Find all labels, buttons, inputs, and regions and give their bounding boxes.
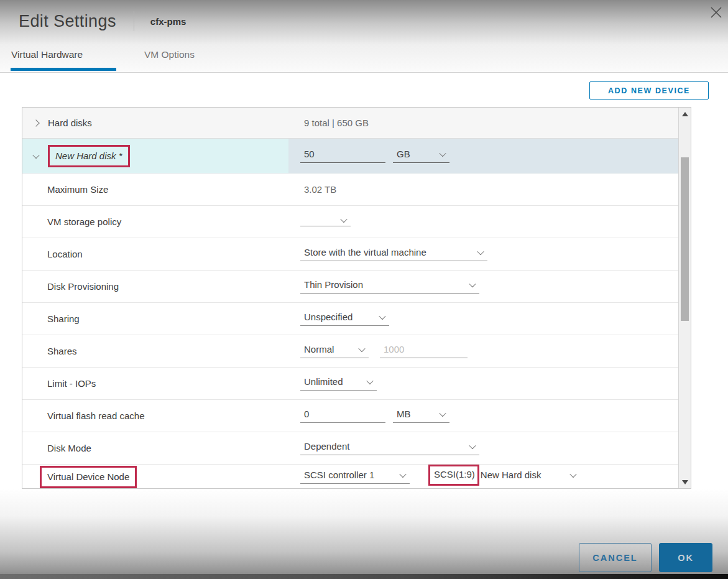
disk-size-unit-select[interactable]: GB <box>393 149 449 163</box>
maximum-size-value: 3.02 TB <box>304 184 336 195</box>
row-virtual-device-node: Virtual Device Node SCSI controller 1 SC… <box>22 465 678 489</box>
location-label: Location <box>47 249 83 259</box>
disk-mode-value: Dependent <box>304 441 349 452</box>
disk-provisioning-value: Thin Provision <box>304 279 363 290</box>
row-disk-provisioning: Disk Provisioning Thin Provision <box>22 271 678 303</box>
disk-mode-label: Disk Mode <box>47 443 91 453</box>
row-location: Location Store with the virtual machine <box>22 238 678 271</box>
row-maximum-size: Maximum Size 3.02 TB <box>22 174 678 206</box>
cancel-button[interactable]: CANCEL <box>579 543 652 572</box>
vm-storage-policy-select[interactable] <box>300 218 351 226</box>
tab-vm-options[interactable]: VM Options <box>144 49 195 70</box>
vm-name: cfx-pms <box>150 16 187 27</box>
close-icon[interactable] <box>706 2 727 24</box>
new-hard-disk-value-cell: GB <box>288 139 678 173</box>
tab-virtual-hardware-label: Virtual Hardware <box>11 49 83 60</box>
active-tab-underline <box>11 68 116 71</box>
annotation-box-new-hard-disk: New Hard disk * <box>48 145 130 167</box>
annotation-box-scsi-node: SCSI(1:9) <box>428 465 479 486</box>
hard-disks-label-cell: Hard disks <box>22 118 288 128</box>
scroll-down-icon[interactable] <box>679 477 691 487</box>
disk-size-unit-value: GB <box>397 149 410 159</box>
chevron-down-icon <box>379 312 385 319</box>
device-node-value: New Hard disk <box>481 470 541 480</box>
row-limit-iops: Limit - IOPs Unlimited <box>22 368 678 400</box>
hardware-table: Hard disks 9 total | 650 GB New Hard dis… <box>22 107 691 489</box>
new-hard-disk-label-cell: New Hard disk * <box>22 139 288 173</box>
chevron-down-icon[interactable] <box>34 154 40 159</box>
chevron-right-icon[interactable] <box>34 121 40 126</box>
dialog-footer: CANCEL OK <box>0 489 728 579</box>
tab-vm-options-label: VM Options <box>144 49 195 60</box>
chevron-down-icon <box>358 345 365 351</box>
limit-iops-select[interactable]: Unlimited <box>300 376 377 391</box>
location-select[interactable]: Store with the virtual machine <box>300 247 487 261</box>
chevron-down-icon <box>469 280 476 287</box>
scrollbar-thumb[interactable] <box>681 157 689 321</box>
chevron-down-icon <box>366 377 373 384</box>
limit-iops-value: Unlimited <box>304 376 343 387</box>
shares-count-input[interactable] <box>380 344 468 358</box>
shares-level-value: Normal <box>304 344 334 354</box>
hardware-rows: Hard disks 9 total | 650 GB New Hard dis… <box>22 108 678 489</box>
disk-mode-select[interactable]: Dependent <box>300 441 479 455</box>
tab-virtual-hardware[interactable]: Virtual Hardware <box>11 49 115 70</box>
row-virtual-flash: Virtual flash read cache MB <box>22 400 678 432</box>
chevron-down-icon <box>469 442 476 448</box>
virtual-flash-unit-value: MB <box>397 409 411 419</box>
row-new-hard-disk[interactable]: New Hard disk * GB <box>22 139 678 174</box>
chevron-down-icon <box>569 470 576 477</box>
ok-button[interactable]: OK <box>659 543 712 572</box>
chevron-down-icon <box>399 470 406 477</box>
row-vm-storage-policy: VM storage policy <box>22 206 678 238</box>
row-disk-mode: Disk Mode Dependent <box>22 432 678 465</box>
scsi-controller-select[interactable]: SCSI controller 1 <box>300 470 410 484</box>
location-value: Store with the virtual machine <box>304 247 426 257</box>
maximum-size-label: Maximum Size <box>47 184 108 195</box>
title-row: Edit Settings cfx-pms <box>19 7 718 35</box>
virtual-device-node-label: Virtual Device Node <box>47 471 129 482</box>
hard-disks-label: Hard disks <box>48 118 92 128</box>
sharing-select[interactable]: Unspecified <box>300 312 389 326</box>
dialog-header: Edit Settings cfx-pms Virtual Hardware V… <box>0 0 728 73</box>
shares-level-select[interactable]: Normal <box>300 344 369 358</box>
chevron-down-icon <box>439 409 446 416</box>
title-divider <box>134 11 134 31</box>
table-scrollbar[interactable] <box>678 108 691 488</box>
disk-provisioning-label: Disk Provisioning <box>47 281 119 292</box>
new-hard-disk-label: New Hard disk * <box>55 151 122 161</box>
row-hard-disks[interactable]: Hard disks 9 total | 650 GB <box>22 108 678 139</box>
bottom-vignette <box>0 574 728 579</box>
limit-iops-label: Limit - IOPs <box>47 378 96 389</box>
page-title: Edit Settings <box>19 12 116 31</box>
disk-size-input[interactable] <box>300 149 385 163</box>
scsi-controller-value: SCSI controller 1 <box>304 470 374 480</box>
shares-label: Shares <box>47 346 77 356</box>
virtual-flash-unit-select[interactable]: MB <box>393 409 449 423</box>
sharing-label: Sharing <box>47 313 80 324</box>
hard-disks-summary-cell: 9 total | 650 GB <box>288 108 678 138</box>
add-new-device-button[interactable]: ADD NEW DEVICE <box>589 81 709 100</box>
scroll-up-icon[interactable] <box>679 109 691 119</box>
vm-storage-policy-label: VM storage policy <box>47 216 121 227</box>
virtual-flash-input[interactable] <box>300 409 385 423</box>
chevron-down-icon <box>340 215 347 222</box>
tab-bar: Virtual Hardware VM Options <box>11 49 195 70</box>
disk-provisioning-select[interactable]: Thin Provision <box>300 279 479 294</box>
hard-disks-summary: 9 total | 650 GB <box>304 118 369 128</box>
chevron-down-icon <box>477 248 484 254</box>
virtual-flash-label: Virtual flash read cache <box>47 410 144 421</box>
device-node-select[interactable]: SCSI(1:9) New Hard disk <box>428 465 580 489</box>
edit-settings-dialog: Edit Settings cfx-pms Virtual Hardware V… <box>0 0 728 579</box>
annotation-box-virtual-device-node: Virtual Device Node <box>40 466 137 488</box>
chevron-down-icon <box>439 149 446 156</box>
sharing-value: Unspecified <box>304 312 352 322</box>
footer-buttons: CANCEL OK <box>579 543 712 572</box>
row-shares: Shares Normal <box>22 335 678 368</box>
row-sharing: Sharing Unspecified <box>22 303 678 335</box>
